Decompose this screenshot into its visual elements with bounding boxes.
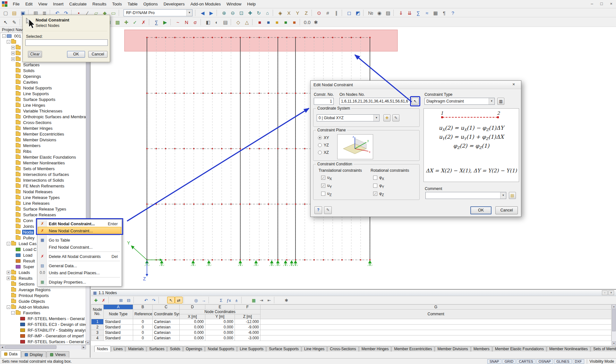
tree-item[interactable]: Surface Release Types — [0, 206, 86, 212]
back-icon[interactable]: ◀ — [198, 9, 207, 17]
column-letter[interactable]: D — [180, 305, 205, 310]
tree-item[interactable]: Guide Objects — [0, 298, 86, 304]
context-menu-item[interactable]: ✗ Delete All Nodal Constraints Del — [38, 253, 121, 260]
cell-reference-node[interactable]: 0 — [133, 319, 153, 325]
maximize-button[interactable]: □ — [597, 1, 606, 7]
tree-item[interactable]: Members — [0, 143, 86, 148]
select-special-icon[interactable]: ◩ — [354, 9, 362, 17]
redo-icon[interactable]: ↷ — [150, 297, 158, 303]
navigator-horizontal-scrollbar[interactable]: ◀ ▶ — [0, 345, 86, 349]
tree-item[interactable]: Member Elastic Foundations — [0, 154, 86, 160]
module-imp-icon[interactable]: ■ — [290, 18, 299, 26]
cell-x[interactable]: 0.000 — [180, 330, 205, 335]
separator[interactable] — [274, 297, 282, 303]
table-tab[interactable]: Member Elastic Foundations — [492, 346, 546, 352]
on-nodes-input[interactable]: 1,6,11,16,21,26,31,36,41,46,51,56,61,6 — [339, 98, 410, 105]
separator[interactable] — [158, 297, 166, 303]
navigator-tab[interactable]: Views — [47, 351, 69, 358]
mesh-refine-icon[interactable]: ✚ — [122, 18, 131, 26]
separator[interactable] — [342, 10, 344, 16]
comment-templates-button[interactable]: ▤ — [509, 192, 516, 199]
table-tab[interactable]: Line Hinges — [302, 346, 327, 352]
empty-row-icon[interactable]: ⊟ — [125, 297, 133, 303]
cell-z[interactable]: -12.000 — [235, 319, 261, 325]
cancel-button[interactable]: Cancel — [88, 51, 107, 58]
tree-expander-icon[interactable]: - — [2, 34, 6, 38]
cell-node-type[interactable]: Standard — [104, 319, 133, 325]
results-icon[interactable]: ≈ — [423, 9, 431, 17]
tree-item[interactable]: Nodal Releases — [0, 189, 86, 194]
tree-item[interactable]: Cavities — [0, 79, 86, 85]
copy-row-icon[interactable]: ⊞ — [117, 297, 125, 303]
tree-item[interactable]: Sets of Members — [0, 166, 86, 171]
tree-item[interactable]: Line Hinges — [0, 102, 86, 108]
goto-icon[interactable]: → — [200, 297, 208, 303]
tree-expander-icon[interactable]: - — [7, 305, 10, 309]
chevron-down-icon[interactable] — [489, 98, 494, 104]
snap-icon[interactable]: ⊙ — [315, 9, 323, 17]
tree-item[interactable]: RF-STABILITY - Stability analys — [0, 327, 86, 333]
minimize-button[interactable]: – — [587, 1, 597, 7]
tree-item[interactable]: Member Nonlinearities — [0, 160, 86, 166]
import-icon[interactable]: ⇤ — [265, 297, 273, 303]
new-opening-icon[interactable]: ▭ — [109, 9, 118, 17]
context-menu-item[interactable]: ✗ New Nodal Constraint... — [38, 227, 121, 234]
zoom-in-icon[interactable]: ⊕ — [220, 9, 228, 17]
edit-icon[interactable]: ✎ — [10, 18, 19, 26]
table-tab[interactable]: Cross-Sections — [327, 346, 358, 352]
tree-expander-icon[interactable]: + — [7, 271, 10, 274]
table-tab[interactable]: Surface Supports — [266, 346, 301, 352]
separator[interactable] — [201, 19, 203, 25]
fe-mesh-icon[interactable]: ▩ — [113, 18, 122, 26]
view-z-icon[interactable]: Z — [302, 9, 311, 17]
tables-icon[interactable]: ▦ — [431, 9, 440, 17]
delete-row-icon[interactable]: ✗ — [100, 297, 107, 303]
sync-selection-icon[interactable]: ⇄ — [175, 297, 183, 303]
constraint-type-dropdown[interactable]: Diaphragm Constraint — [424, 98, 495, 105]
cell-node-type[interactable]: Standard — [104, 335, 133, 341]
separator[interactable] — [363, 10, 365, 16]
row-number[interactable]: 1 — [91, 319, 104, 325]
context-menu-item[interactable]: Find Nodal Constraint... — [38, 244, 121, 251]
comment-dropdown[interactable] — [425, 192, 506, 199]
selected-nodes-input[interactable] — [25, 39, 108, 46]
column-letter[interactable]: G — [261, 305, 612, 310]
cell-coordinate-system[interactable]: Cartesian — [153, 319, 180, 325]
table-tab[interactable]: Member Nonlinearities — [547, 346, 590, 352]
navigator-tab[interactable]: Display — [21, 351, 46, 358]
cell-x[interactable]: 0.000 — [180, 319, 205, 325]
rotational-constraint-checkbox[interactable]: φY — [373, 183, 384, 188]
constraint-plane-radio[interactable]: XY — [318, 136, 329, 140]
cell-comment[interactable] — [261, 330, 612, 335]
context-menu-item[interactable] — [38, 260, 121, 262]
cell-node-type[interactable]: Standard — [104, 325, 133, 330]
table-tab[interactable]: Sets of Members — [591, 346, 616, 352]
close-button[interactable]: × — [606, 1, 616, 7]
separator[interactable] — [170, 19, 173, 25]
module-combobox[interactable]: RF-DYNAM Pro — [124, 9, 193, 16]
select-window-icon[interactable]: ◻ — [345, 9, 354, 17]
context-menu-item[interactable] — [38, 251, 121, 253]
tree-expander-icon[interactable]: + — [11, 46, 15, 49]
menu-item[interactable]: Results — [90, 1, 109, 7]
module-stability-icon[interactable]: ■ — [273, 18, 281, 26]
tree-item[interactable]: RF-STEEL EC3 - Design of steel — [0, 321, 86, 327]
user-view-icon[interactable]: ◇ — [234, 18, 243, 26]
menu-item[interactable]: Tools — [109, 1, 124, 7]
separator[interactable] — [108, 297, 116, 303]
column-letter[interactable]: A — [104, 305, 133, 310]
navigator-vertical-scrollbar[interactable]: ▲ ▼ — [86, 33, 90, 345]
chevron-down-icon[interactable] — [500, 192, 506, 199]
undo-icon[interactable]: ↶ — [142, 297, 150, 303]
row-number[interactable]: 4 — [91, 335, 104, 341]
cell-z[interactable]: -9.000 — [235, 325, 261, 330]
calculation-icon[interactable]: ∑ — [414, 9, 423, 17]
column-letter[interactable]: C — [153, 305, 180, 310]
table-vertical-scrollbar[interactable]: ▲ ▼ — [612, 304, 616, 345]
context-menu-item[interactable]: ▤ General Data... — [38, 262, 121, 269]
tree-item[interactable]: - Add-on Modules — [0, 304, 86, 310]
menu-item[interactable]: Insert — [50, 1, 66, 7]
zoom-all-icon[interactable]: ⌂ — [263, 9, 272, 17]
tree-expander-icon[interactable]: + — [11, 52, 15, 55]
numbering-icon[interactable]: № — [366, 9, 375, 17]
